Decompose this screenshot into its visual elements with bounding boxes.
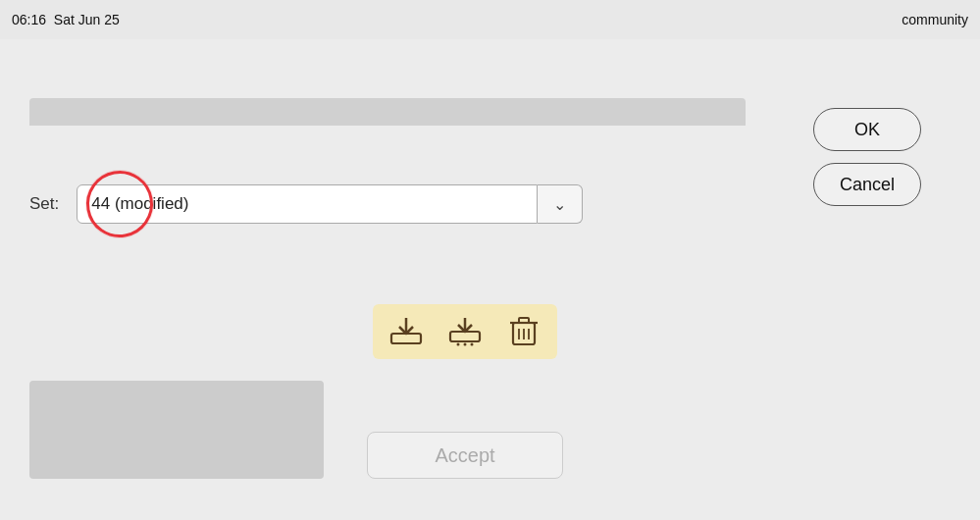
status-bar: 06:16 Sat Jun 25 community <box>0 0 980 39</box>
status-time: 06:16 Sat Jun 25 <box>12 12 120 27</box>
svg-point-5 <box>464 343 467 346</box>
delete-button[interactable] <box>506 314 542 349</box>
annotation-circle <box>81 166 159 243</box>
save-button[interactable] <box>388 314 424 349</box>
set-dropdown-chevron[interactable]: ⌄ <box>538 184 583 224</box>
svg-point-6 <box>471 343 474 346</box>
save-with-options-button[interactable] <box>447 314 483 349</box>
svg-rect-0 <box>391 334 421 343</box>
ok-button[interactable]: OK <box>813 108 921 151</box>
chevron-down-icon: ⌄ <box>553 195 566 214</box>
set-dropdown-wrapper: ⌄ <box>77 184 583 224</box>
accept-button[interactable]: Accept <box>367 432 563 479</box>
set-value-input[interactable] <box>77 184 538 224</box>
svg-rect-2 <box>450 332 480 341</box>
dialog-area: OK Cancel Set: ⌄ <box>0 39 980 520</box>
dialog-top-bar <box>29 98 746 126</box>
status-community: community <box>902 12 968 27</box>
set-label: Set: <box>29 194 59 214</box>
svg-rect-9 <box>519 318 529 323</box>
set-row: Set: ⌄ <box>29 184 980 224</box>
toolbar-area <box>373 304 557 359</box>
svg-point-4 <box>457 343 460 346</box>
left-panel <box>29 381 324 479</box>
